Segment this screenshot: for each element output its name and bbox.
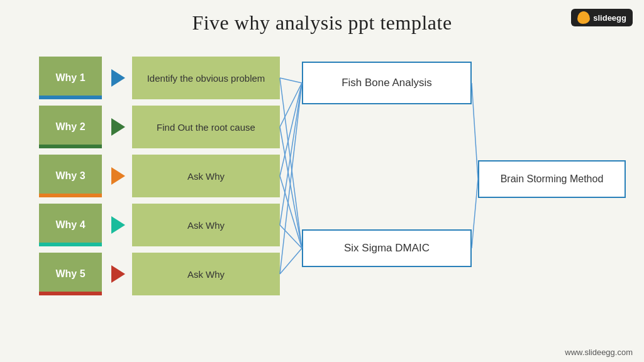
svg-line-10 [472,83,478,179]
arrow-4 [106,204,131,246]
svg-line-4 [280,83,302,274]
arrow-1 [106,57,131,99]
why-box-5: Why 5 [39,253,102,295]
arrow-5 [106,253,131,295]
svg-line-0 [280,78,302,83]
why-box-2: Why 2 [39,106,102,148]
page-title: Five why analysis ppt template [0,0,644,35]
logo-text: slideegg [593,13,626,23]
logo-egg-icon [577,11,590,24]
svg-line-2 [280,83,302,176]
svg-line-9 [280,248,302,274]
svg-line-1 [280,83,302,127]
svg-line-8 [280,225,302,248]
label-column: Identify the obvious problem Find Out th… [132,57,280,295]
svg-line-5 [280,78,302,248]
arrow-column [106,57,131,295]
label-box-3: Ask Why [132,155,280,197]
arrow-3 [106,155,131,197]
why-box-4: Why 4 [39,204,102,246]
six-sigma-box: Six Sigma DMAIC [302,229,472,267]
why-column: Why 1 Why 2 Why 3 Why 4 Why 5 [39,57,102,295]
why-box-3: Why 3 [39,155,102,197]
footer-url: www.slideegg.com [565,348,633,357]
arrow-2 [106,106,131,148]
svg-line-11 [472,179,478,248]
label-box-5: Ask Why [132,253,280,295]
svg-line-7 [280,176,302,248]
label-box-2: Find Out the root cause [132,106,280,148]
brain-storming-box: Brain Storming Method [478,160,626,198]
logo: slideegg [571,9,633,26]
svg-line-6 [280,127,302,248]
why-box-1: Why 1 [39,57,102,99]
svg-line-3 [280,83,302,225]
label-box-1: Identify the obvious problem [132,57,280,99]
label-box-4: Ask Why [132,204,280,246]
fish-bone-box: Fish Bone Analysis [302,62,472,104]
